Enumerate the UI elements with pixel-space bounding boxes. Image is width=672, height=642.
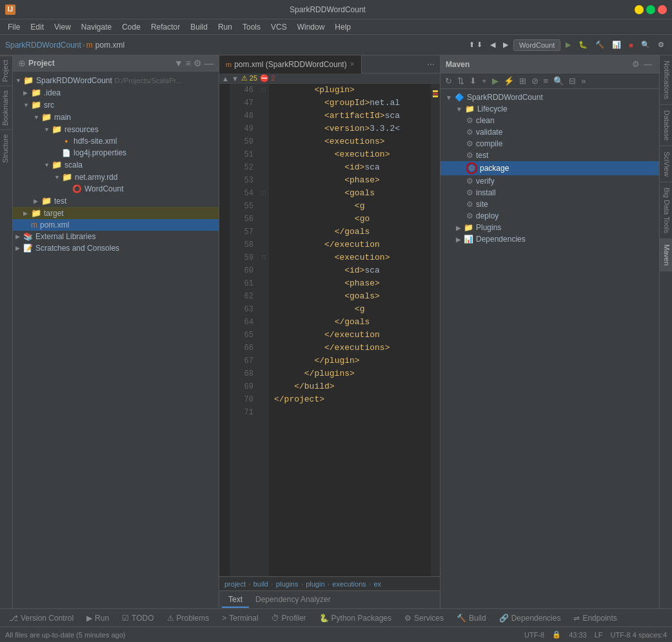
menu-help[interactable]: Help (330, 21, 356, 33)
git-button[interactable]: ⬆ ⬇ (466, 39, 485, 50)
bottom-tab-version-control[interactable]: ⎇ Version Control (3, 612, 80, 624)
project-add-btn[interactable]: ⊕ (18, 58, 26, 68)
tree-root[interactable]: ▼ 📁 SparkRDDWordCount D:/Projects/ScalaP… (13, 74, 219, 86)
bottom-tab-dependencies[interactable]: 🔗 Dependencies (493, 612, 568, 624)
menu-run[interactable]: Run (213, 21, 237, 33)
editor-tab-dep-analyzer[interactable]: Dependency Analyzer (249, 592, 337, 608)
left-label-project[interactable]: Project (0, 55, 12, 86)
maven-run-btn[interactable]: ▶ (490, 75, 500, 87)
left-label-structure[interactable]: Structure (0, 130, 12, 167)
bc-plugins[interactable]: plugins (276, 580, 299, 588)
right-label-sciview[interactable]: SciView (660, 146, 672, 182)
stop-button[interactable]: ■ (626, 40, 636, 50)
code-editor[interactable]: 46 47 48 49 50 51 52 53 54 55 56 57 58 5… (219, 84, 440, 576)
maven-lifecycle[interactable]: ▼ 📁 Lifecycle (440, 103, 659, 115)
project-collapse-btn[interactable]: ▼ (174, 58, 183, 68)
right-label-database[interactable]: Database (660, 105, 672, 146)
bottom-tab-build[interactable]: 🔨 Build (450, 612, 493, 624)
editor-tab-text[interactable]: Text (222, 592, 249, 608)
menu-build[interactable]: Build (185, 21, 213, 33)
tree-pom-xml[interactable]: ▶ m pom.xml (13, 219, 219, 231)
settings-button[interactable]: ⚙ (655, 39, 667, 50)
tree-external-libs[interactable]: ▶ 📚 External Libraries (13, 231, 219, 242)
right-label-bigdata[interactable]: Big Data Tools (660, 182, 672, 239)
maven-lifecycle-btn[interactable]: ⚡ (502, 75, 516, 87)
debug-button[interactable]: 🐛 (576, 39, 590, 50)
tree-src[interactable]: ▼ 📁 src (13, 99, 219, 111)
bottom-tab-terminal[interactable]: > Terminal (215, 612, 264, 624)
maven-settings-btn[interactable]: ⚙ (630, 58, 642, 70)
maven-collapse-btn[interactable]: ⊟ (567, 75, 578, 87)
menu-edit[interactable]: Edit (25, 21, 49, 33)
bottom-tab-todo[interactable]: ☑ TODO (115, 612, 160, 624)
bc-project[interactable]: project (224, 580, 246, 588)
tree-hdfs-site[interactable]: ▶ 🔸 hdfs-site.xml (13, 135, 219, 147)
build-project-button[interactable]: 🔨 (593, 39, 607, 50)
maven-close-btn[interactable]: — (642, 58, 654, 70)
warnings-down-btn[interactable]: ▼ (232, 75, 239, 83)
menu-navigate[interactable]: Navigate (76, 21, 117, 33)
menu-file[interactable]: File (3, 21, 25, 33)
maven-root[interactable]: ▼ 🔷 SparkRDDWordCount (440, 92, 659, 103)
right-label-maven[interactable]: Maven (660, 239, 672, 271)
maven-deploy[interactable]: ⚙ deploy (440, 210, 659, 222)
back-button[interactable]: ◀ (488, 39, 498, 50)
right-label-notifications[interactable]: Notifications (660, 55, 672, 105)
left-label-bookmarks[interactable]: Bookmarks (0, 86, 12, 130)
maven-reimport-btn[interactable]: ⇅ (455, 75, 466, 87)
bottom-tab-profiler[interactable]: ⏱ Profiler (265, 612, 313, 624)
maven-dependencies[interactable]: ▶ 📊 Dependencies (440, 233, 659, 245)
tree-net-army[interactable]: ▼ 📁 net.army.rdd (13, 171, 219, 183)
tree-test[interactable]: ▶ 📁 test (13, 195, 219, 207)
tree-idea[interactable]: ▶ 📁 .idea (13, 86, 219, 99)
run-button[interactable]: ▶ (563, 39, 573, 50)
tree-scala[interactable]: ▼ 📁 scala (13, 159, 219, 171)
status-line-sep[interactable]: LF (595, 631, 603, 639)
menu-window[interactable]: Window (292, 21, 330, 33)
maven-download-btn[interactable]: ⬇ (468, 75, 479, 87)
scroll-indicator[interactable] (431, 84, 440, 576)
menu-tools[interactable]: Tools (237, 21, 266, 33)
bottom-tab-python-packages[interactable]: 🐍 Python Packages (313, 612, 398, 624)
tree-wordcount[interactable]: ▶ ⭕ WordCount (13, 183, 219, 195)
breadcrumb-project[interactable]: SparkRDDWordCount (5, 41, 81, 50)
maven-more-btn[interactable]: » (579, 75, 588, 87)
bc-plugin[interactable]: plugin (306, 580, 324, 588)
menu-vcs[interactable]: VCS (266, 21, 292, 33)
maven-verify[interactable]: ⚙ verify (440, 175, 659, 187)
maven-refresh-btn[interactable]: ↻ (443, 75, 454, 87)
status-indent[interactable]: UTF-8 4 spaces:4 (611, 631, 667, 639)
tree-target[interactable]: ▶ 📁 target (13, 207, 219, 219)
code-content[interactable]: <plugin> <groupId>net.al <artifactId>sca… (269, 84, 431, 576)
menu-code[interactable]: Code (117, 21, 146, 33)
bottom-tab-endpoints[interactable]: ⇌ Endpoints (567, 612, 623, 624)
project-settings-btn[interactable]: ⚙ (193, 58, 202, 68)
maven-profiles-btn[interactable]: ≡ (542, 75, 551, 87)
project-sort-btn[interactable]: ≡ (186, 58, 191, 68)
maven-add-btn[interactable]: + (480, 75, 489, 87)
maven-site[interactable]: ⚙ site (440, 199, 659, 210)
search-button[interactable]: 🔍 (638, 39, 653, 50)
bc-ex[interactable]: ex (373, 580, 381, 588)
breadcrumb-file[interactable]: pom.xml (95, 41, 124, 50)
bc-executions[interactable]: executions (332, 580, 366, 588)
tree-log4j[interactable]: ▶ 📄 log4j.properties (13, 147, 219, 159)
forward-button[interactable]: ▶ (500, 39, 511, 50)
bottom-tab-problems[interactable]: ⚠ Problems (161, 612, 216, 624)
tree-resources[interactable]: ▼ 📁 resources (13, 123, 219, 135)
maven-plugins[interactable]: ▶ 📁 Plugins (440, 222, 659, 233)
maximize-button[interactable] (646, 5, 655, 14)
menu-view[interactable]: View (49, 21, 76, 33)
close-button[interactable] (658, 5, 667, 14)
menu-refactor[interactable]: Refactor (146, 21, 185, 33)
tree-scratches[interactable]: ▶ 📝 Scratches and Consoles (13, 242, 219, 254)
bc-build[interactable]: build (253, 580, 268, 588)
tree-main[interactable]: ▼ 📁 main (13, 111, 219, 123)
maven-install[interactable]: ⚙ install (440, 187, 659, 199)
minimize-button[interactable] (635, 5, 644, 14)
bottom-tab-run[interactable]: ▶ Run (80, 612, 115, 624)
maven-clean[interactable]: ⚙ clean (440, 115, 659, 126)
status-encoding[interactable]: UTF-8 (524, 631, 544, 639)
maven-skip-btn[interactable]: ⊘ (529, 75, 540, 87)
maven-toggle-btn[interactable]: ⊞ (517, 75, 528, 87)
